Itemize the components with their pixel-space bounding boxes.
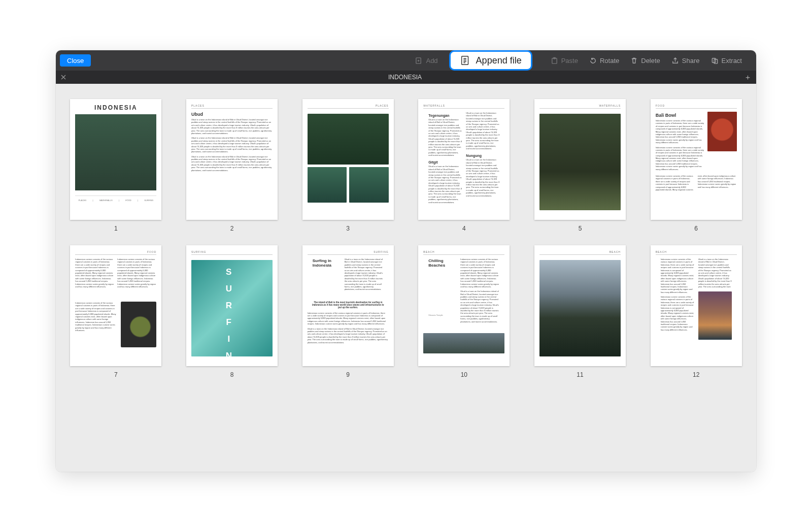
svg-rect-1 xyxy=(461,56,468,65)
photo xyxy=(121,302,156,347)
paste-icon xyxy=(551,57,558,64)
add-icon xyxy=(415,57,423,64)
page-number: 12 xyxy=(693,371,699,378)
page-number: 4 xyxy=(462,225,466,232)
append-file-icon xyxy=(460,55,471,66)
page-number: 3 xyxy=(346,225,350,232)
page-thumb[interactable]: WATERFALLS Tegenungan Ubud is a town on … xyxy=(416,99,512,232)
surfing-letters: SURFING xyxy=(225,267,233,366)
close-button[interactable]: Close xyxy=(60,54,91,67)
cover-tabs: PLACES| WATERFALLS| FOOD| SURFING xyxy=(75,195,156,202)
tab-title: INDONESIA xyxy=(67,74,743,81)
extract-button[interactable]: Extract xyxy=(711,57,742,64)
photo xyxy=(308,167,347,203)
page-thumb[interactable]: BEACH Chilling Beaches Uluwatu Temple In… xyxy=(416,245,512,378)
app-window: Close Add Append file Paste Rotate Delet… xyxy=(56,50,756,472)
add-label: Add xyxy=(426,57,437,64)
thumbnail-grid-container[interactable]: INDONESIA PLACES| WATERFALLS| FOOD| SURF… xyxy=(56,84,756,472)
share-label: Share xyxy=(682,57,700,64)
page-thumb[interactable]: BEACH 11 xyxy=(532,245,628,378)
add-button[interactable]: Add xyxy=(415,57,437,64)
share-icon xyxy=(671,57,679,64)
tab-add-button[interactable]: ＋ xyxy=(743,73,752,82)
photo: SURFING xyxy=(191,260,273,356)
extract-icon xyxy=(711,57,719,64)
photo xyxy=(539,260,621,356)
page-number: 5 xyxy=(579,225,582,232)
page-number: 6 xyxy=(694,225,698,232)
toolbar: Close Add Append file Paste Rotate Delet… xyxy=(56,50,756,71)
page-number: 2 xyxy=(230,225,234,232)
page-number: 10 xyxy=(461,371,467,378)
photo xyxy=(308,114,389,165)
page-thumb[interactable]: BEACH Indonesian cuisine consists of the… xyxy=(648,245,744,378)
append-file-label: Append file xyxy=(476,55,522,66)
page-thumb[interactable]: SURFING Surfing in Indonesia Ubud is a t… xyxy=(300,245,396,378)
delete-label: Delete xyxy=(641,57,660,64)
page-title: INDONESIA xyxy=(70,104,161,111)
rotate-label: Rotate xyxy=(600,57,619,64)
page-thumb[interactable]: INDONESIA PLACES| WATERFALLS| FOOD| SURF… xyxy=(68,99,164,232)
page-number: 7 xyxy=(114,371,118,378)
rotate-button[interactable]: Rotate xyxy=(589,57,619,64)
page-thumb[interactable]: FOOD Bali Bowl Indonesian cuisine consis… xyxy=(648,99,744,232)
photo xyxy=(423,333,504,353)
photo xyxy=(698,291,732,340)
delete-button[interactable]: Delete xyxy=(630,57,660,64)
paste-label: Paste xyxy=(561,57,578,64)
tab-bar: INDONESIA ＋ xyxy=(56,71,756,84)
tab-close-button[interactable] xyxy=(60,74,67,81)
page-thumb[interactable]: FOOD Indonesian cuisine consists of the … xyxy=(68,245,164,378)
page-number: 1 xyxy=(114,225,118,232)
page-number: 8 xyxy=(230,371,234,378)
rotate-icon xyxy=(589,57,597,64)
page-thumb[interactable]: PLACES 3 xyxy=(300,99,396,232)
page-thumb[interactable]: PLACES Ubud Ubud is a town on the Indone… xyxy=(184,99,280,232)
page-number: 9 xyxy=(346,371,350,378)
photo xyxy=(539,114,621,210)
append-file-button[interactable]: Append file xyxy=(449,50,532,71)
delete-icon xyxy=(630,57,638,64)
thumbnail-grid: INDONESIA PLACES| WATERFALLS| FOOD| SURF… xyxy=(68,99,744,378)
photo xyxy=(707,112,737,151)
extract-label: Extract xyxy=(722,57,742,64)
toolbar-actions: Add Append file Paste Rotate Delete Shar… xyxy=(415,50,756,71)
paste-button[interactable]: Paste xyxy=(551,57,578,64)
page-number: 11 xyxy=(577,371,583,378)
share-button[interactable]: Share xyxy=(671,57,700,64)
cover-image xyxy=(75,114,156,190)
page-thumb[interactable]: SURFING SURFING 8 xyxy=(184,245,280,378)
page-thumb[interactable]: WATERFALLS 5 xyxy=(532,99,628,232)
photo xyxy=(349,167,389,203)
